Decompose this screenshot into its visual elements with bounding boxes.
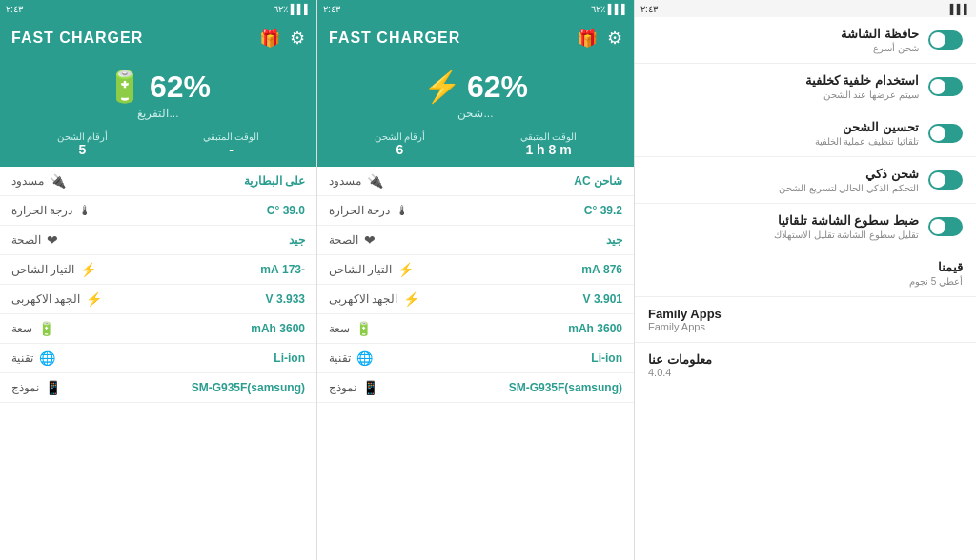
setting-auto-brightness[interactable]: ضبط سطوع الشاشة تلقائيا تقليل سطوع الشاش…	[635, 204, 976, 250]
app-title-2: FAST CHARGER	[329, 30, 460, 47]
setting-optimize-charging[interactable]: تحسين الشحن تلقائيا تنظيف عملية الخلفية	[635, 110, 976, 157]
toggle-background[interactable]	[928, 77, 963, 96]
settings-status-bar: ▌▌▌ ٢:٤٣	[635, 0, 976, 17]
settings-panel: ▌▌▌ ٢:٤٣ حافظة الشاشة شحن أسرع استخدام خ…	[635, 0, 976, 560]
status-bar-2: ٢:٤٣ ٦٢٪ ▌▌▌	[317, 0, 634, 17]
stat-row: على البطارية 🔌مسدود	[0, 167, 316, 196]
gift-icon-1[interactable]: 🎁	[259, 28, 280, 49]
setting-rate-us[interactable]: قيمنا أعطي 5 نجوم	[635, 250, 976, 297]
status-bar-1: ٢:٤٣ ٦٢٪ ▌▌▌	[0, 0, 316, 17]
battery-section-1: 🔋 62% التفريغ...	[0, 59, 316, 126]
toggle-optimize-charging[interactable]	[928, 124, 963, 143]
panel-charging: ٢:٤٣ ٦٢٪ ▌▌▌ FAST CHARGER 🎁 ⚙ ⚡ 62% شحن.…	[317, 0, 635, 560]
battery-percent-1: 🔋 62%	[0, 69, 316, 105]
app-title-1: FAST CHARGER	[11, 30, 143, 47]
stat-row: 39.2 °C 🌡درجة الحرارة	[317, 196, 634, 226]
stats-section-2: شاحن AC 🔌مسدود 39.2 °C 🌡درجة الحرارة جيد…	[317, 167, 634, 560]
status-time-1: ٢:٤٣	[6, 4, 23, 14]
stat-row: SM-G935F(samsung) 📱نموذج	[0, 373, 316, 403]
stat-row: 3600 mAh 🔋سعة	[317, 314, 634, 344]
stat-row: SM-G935F(samsung) 📱نموذج	[317, 373, 634, 403]
battery-status-2: شحن...	[317, 107, 634, 120]
stat-row: 3.933 V ⚡الجهد الاكهربى	[0, 285, 316, 314]
stat-row: Li-ion 🌐تقنية	[317, 344, 634, 373]
setting-screen-saver[interactable]: حافظة الشاشة شحن أسرع	[635, 17, 976, 64]
battery-info-1: أرقام الشحن 5 الوقت المتبقي -	[0, 126, 316, 167]
gift-icon-2[interactable]: 🎁	[577, 28, 598, 49]
stat-row: 876 mA ⚡التيار الشاحن	[317, 255, 634, 285]
settings-icon-1[interactable]: ⚙	[290, 28, 305, 49]
battery-section-2: ⚡ 62% شحن...	[317, 59, 634, 126]
stats-section-1: على البطارية 🔌مسدود 39.0 °C 🌡درجة الحرار…	[0, 167, 316, 560]
setting-smart-charge[interactable]: شحن ذكي التحكم الذكي الحالي لتسريع الشحن	[635, 157, 976, 204]
battery-status-1: التفريغ...	[0, 107, 316, 120]
toggle-smart-charge[interactable]	[928, 170, 963, 190]
setting-background[interactable]: استخدام خلفية كخلفية سيتم عرضها عند الشح…	[635, 64, 976, 110]
stat-row: 3.901 V ⚡الجهد الاكهربى	[317, 285, 634, 314]
toggle-auto-brightness[interactable]	[928, 217, 963, 236]
panel-discharging: ٢:٤٣ ٦٢٪ ▌▌▌ FAST CHARGER 🎁 ⚙ 🔋 62% التف…	[0, 0, 317, 560]
stat-row: 3600 mAh 🔋سعة	[0, 314, 316, 344]
stat-row: جيد ❤الصحة	[317, 226, 634, 255]
header-2: FAST CHARGER 🎁 ⚙	[317, 17, 634, 59]
setting-family-apps[interactable]: Family Apps Family Apps	[635, 297, 976, 343]
stat-row: Li-ion 🌐تقنية	[0, 344, 316, 373]
stat-row: 39.0 °C 🌡درجة الحرارة	[0, 196, 316, 226]
toggle-screen-saver[interactable]	[928, 30, 963, 50]
stat-row: -173 mA ⚡التيار الشاحن	[0, 255, 316, 285]
header-1: FAST CHARGER 🎁 ⚙	[0, 17, 316, 59]
settings-icon-2[interactable]: ⚙	[607, 28, 622, 49]
settings-list: حافظة الشاشة شحن أسرع استخدام خلفية كخلف…	[635, 17, 976, 560]
stat-row: جيد ❤الصحة	[0, 226, 316, 255]
setting-about[interactable]: معلومات عنا 4.0.4	[635, 343, 976, 388]
battery-percent-2: ⚡ 62%	[317, 69, 634, 105]
battery-info-2: أرقام الشحن 6 الوقت المتبقي 1 h 8 m	[317, 126, 634, 167]
stat-row: شاحن AC 🔌مسدود	[317, 167, 634, 196]
